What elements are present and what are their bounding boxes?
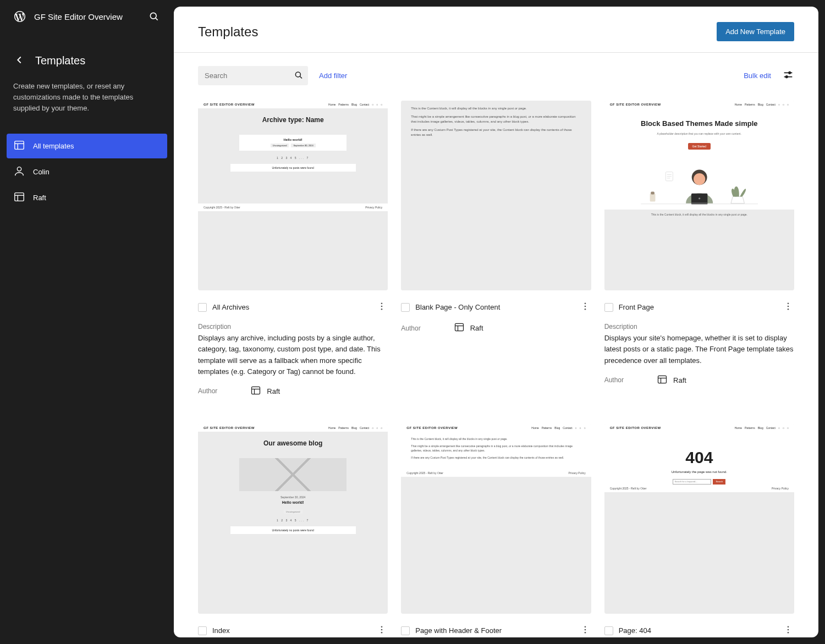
description-label: Description [198, 323, 388, 331]
sidebar-item-raft[interactable]: Raft [7, 185, 167, 210]
svg-rect-24 [455, 324, 463, 331]
svg-point-58 [788, 629, 789, 631]
template-author: Raft [657, 374, 686, 387]
template-author: Raft [454, 322, 483, 334]
sidebar-item-colin[interactable]: Colin [7, 159, 167, 184]
template-title[interactable]: Blank Page - Only Content [415, 303, 573, 311]
bulk-edit-button[interactable]: Bulk edit [744, 71, 771, 80]
svg-rect-42 [658, 376, 667, 383]
more-actions-button[interactable] [782, 300, 794, 314]
svg-point-13 [788, 71, 791, 74]
template-card: GF SITE EDITOR OVERVIEWHomePatternsBlogC… [604, 424, 794, 637]
sidebar-item-label: All templates [33, 142, 74, 150]
author-label: Author [401, 324, 420, 332]
sidebar-nav-list: All templatesColinRaft [0, 134, 174, 211]
user-icon [13, 165, 25, 179]
svg-rect-2 [15, 141, 24, 150]
layout-icon [250, 385, 261, 398]
more-actions-button[interactable] [376, 624, 388, 637]
template-card: This is the Content block, it will displ… [401, 101, 591, 398]
svg-point-31 [694, 173, 705, 185]
select-checkbox[interactable] [198, 626, 207, 635]
template-title[interactable]: Front Page [619, 303, 777, 311]
layout-icon [13, 191, 25, 205]
svg-point-16 [381, 306, 383, 307]
command-search-button[interactable] [147, 10, 161, 23]
svg-point-59 [788, 632, 789, 634]
sidebar: GF Site Editor Overview Templates Create… [0, 0, 174, 644]
svg-rect-18 [252, 387, 260, 394]
add-new-template-button[interactable]: Add New Template [717, 22, 794, 41]
select-checkbox[interactable] [401, 626, 410, 635]
svg-rect-28 [650, 194, 655, 202]
sidebar-title: Templates [35, 54, 85, 67]
template-thumbnail[interactable]: GF SITE EDITOR OVERVIEWHomePatternsBlogC… [198, 101, 388, 290]
svg-point-51 [584, 626, 586, 628]
search-icon [294, 70, 304, 81]
svg-point-45 [381, 626, 383, 628]
templates-grid: GF SITE EDITOR OVERVIEWHomePatternsBlogC… [198, 101, 794, 637]
select-checkbox[interactable] [604, 303, 613, 312]
template-title[interactable]: Page with Header & Footer [415, 626, 573, 635]
sidebar-item-all-templates[interactable]: All templates [7, 134, 167, 158]
svg-point-14 [785, 75, 788, 78]
svg-point-41 [788, 309, 789, 310]
svg-point-53 [584, 632, 586, 634]
more-actions-button[interactable] [782, 624, 794, 637]
svg-point-17 [381, 309, 383, 310]
select-checkbox[interactable] [401, 303, 410, 312]
svg-point-15 [381, 303, 383, 305]
template-thumbnail[interactable]: GF SITE EDITOR OVERVIEWHomePatternsBlogC… [198, 424, 388, 614]
more-actions-button[interactable] [579, 624, 591, 637]
template-card: GF SITE EDITOR OVERVIEWHomePatternsBlogC… [198, 101, 388, 398]
svg-point-21 [584, 303, 586, 305]
template-description: Displays any archive, including posts by… [198, 333, 388, 377]
select-checkbox[interactable] [198, 303, 207, 312]
svg-rect-33 [691, 202, 707, 204]
svg-point-52 [584, 629, 586, 631]
divider [174, 52, 818, 53]
author-label: Author [604, 376, 624, 384]
svg-point-40 [788, 306, 789, 307]
description-label: Description [604, 323, 794, 331]
svg-line-10 [300, 76, 302, 78]
template-thumbnail[interactable]: GF SITE EDITOR OVERVIEWHomePatternsBlogC… [401, 424, 591, 614]
svg-point-5 [17, 167, 21, 171]
layout-icon [454, 322, 465, 334]
svg-point-23 [584, 309, 586, 310]
back-button[interactable] [13, 54, 25, 68]
template-card: GF SITE EDITOR OVERVIEWHomePatternsBlogC… [401, 424, 591, 637]
template-title[interactable]: Index [212, 626, 370, 635]
template-thumbnail[interactable]: GF SITE EDITOR OVERVIEWHomePatternsBlogC… [604, 424, 794, 614]
search-input[interactable] [198, 66, 308, 85]
template-title[interactable]: Page: 404 [619, 626, 777, 635]
svg-point-34 [698, 197, 700, 199]
template-card: GF SITE EDITOR OVERVIEWHomePatternsBlogC… [604, 101, 794, 398]
svg-line-1 [156, 18, 158, 20]
add-filter-button[interactable]: Add filter [319, 71, 347, 80]
select-checkbox[interactable] [604, 626, 613, 635]
view-options-button[interactable] [782, 69, 794, 82]
template-thumbnail[interactable]: GF SITE EDITOR OVERVIEWHomePatternsBlogC… [604, 101, 794, 290]
more-actions-button[interactable] [579, 300, 591, 314]
sidebar-top: GF Site Editor Overview [0, 0, 174, 33]
site-name[interactable]: GF Site Editor Overview [34, 12, 123, 21]
layout-icon [657, 374, 668, 387]
sidebar-item-label: Raft [33, 194, 46, 202]
main-content: Templates Add New Template Add filter Bu… [174, 7, 818, 637]
template-card: GF SITE EDITOR OVERVIEWHomePatternsBlogC… [198, 424, 388, 637]
svg-point-22 [584, 306, 586, 307]
template-title[interactable]: All Archives [212, 303, 370, 311]
template-description: Displays your site's homepage, whether i… [604, 333, 794, 366]
more-actions-button[interactable] [376, 300, 388, 314]
author-label: Author [198, 387, 217, 395]
svg-point-46 [381, 629, 383, 631]
svg-point-57 [788, 626, 789, 628]
layout-icon [13, 139, 25, 153]
template-author: Raft [250, 385, 280, 398]
svg-point-47 [381, 632, 383, 634]
template-thumbnail[interactable]: This is the Content block, it will displ… [401, 101, 591, 290]
wordpress-logo-icon[interactable] [13, 10, 26, 23]
svg-point-0 [150, 13, 156, 19]
svg-rect-6 [15, 193, 24, 201]
